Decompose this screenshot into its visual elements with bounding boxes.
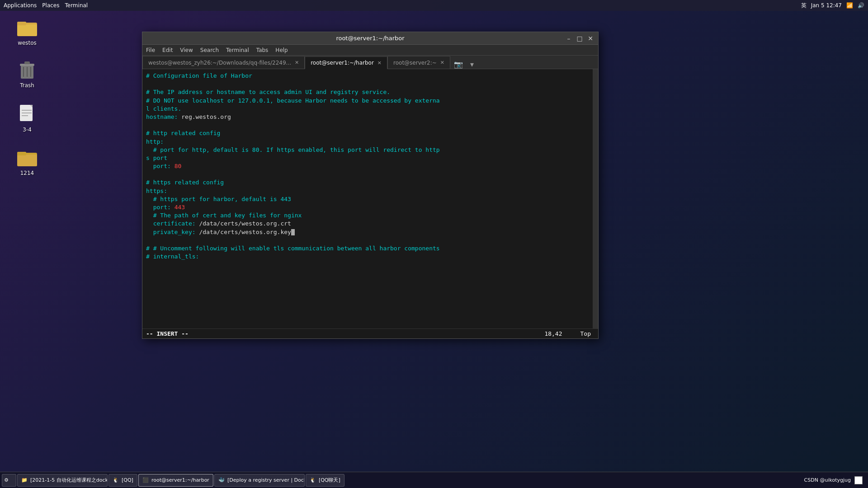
language-indicator: 英 — [801, 2, 807, 9]
terminal-window: root@server1:~/harbor – □ ✕ File Edit Vi… — [142, 32, 599, 339]
taskbar-qq-chat[interactable]: 🐧 [QQ聊天] — [306, 474, 344, 487]
file-manager-label: [2021-1-5 自动化运维课程之docker... — [30, 477, 108, 483]
line-4: l clients. — [146, 105, 588, 113]
terminal-title: root@server1:~/harbor — [336, 35, 404, 42]
line-13: # https port for harbor, default is 443 — [146, 195, 588, 203]
line-10: port: 80 — [146, 162, 588, 170]
line-7: http: — [146, 138, 588, 146]
tab-1[interactable]: westos@westos_zyh26:~/Downloads/qq-files… — [142, 56, 305, 69]
line-3: # DO NOT use localhost or 127.0.0.1, bec… — [146, 97, 588, 105]
line-15: # The path of cert and key files for ngi… — [146, 211, 588, 220]
top-bar-right: 英 Jan 5 12:47 📶 🔊 — [801, 2, 864, 9]
terminal-statusbar: -- INSERT -- 18,42 Top — [142, 328, 598, 338]
qq-chat-label: [QQ聊天] — [319, 477, 340, 483]
terminal-task-icon: ⬛ — [142, 477, 149, 483]
desktop-icon-westos[interactable]: westos — [9, 16, 45, 46]
terminal-menu[interactable]: Terminal — [65, 2, 88, 9]
svg-rect-2 — [17, 22, 26, 25]
taskbar-settings[interactable]: ⚙ — [2, 474, 16, 487]
line-blank-4 — [146, 236, 588, 244]
line-blank-1 — [146, 80, 588, 88]
taskbar-terminal[interactable]: ⬛ root@server1:~/harbor — [138, 474, 213, 487]
taskbar: ⚙ 📁 [2021-1-5 自动化运维课程之docker... 🐧 [QQ] ⬛… — [0, 472, 868, 488]
terminal-task-label: root@server1:~/harbor — [151, 477, 209, 483]
menu-file[interactable]: File — [146, 47, 155, 53]
line-8: # port for http, default is 80. If https… — [146, 146, 588, 154]
taskbar-qq[interactable]: 🐧 [QQ] — [108, 474, 137, 487]
qq-label: [QQ] — [122, 477, 133, 483]
folder-icon-1214 — [16, 146, 38, 168]
docker-label: [Deploy a registry server | Docker D... — [227, 477, 305, 483]
desktop-icon-1214[interactable]: 1214 — [9, 146, 45, 176]
file-3-4-label: 3-4 — [23, 127, 32, 133]
tab-3[interactable]: root@server2:~ ✕ — [387, 56, 450, 69]
tab-dropdown[interactable]: ▾ — [467, 60, 477, 69]
minimize-button[interactable]: – — [565, 35, 573, 42]
line-11: # https related config — [146, 178, 588, 187]
top-bar-left: Applications Places Terminal — [4, 2, 88, 9]
taskbar-docker[interactable]: 🐳 [Deploy a registry server | Docker D..… — [214, 474, 305, 487]
menu-help[interactable]: Help — [275, 47, 288, 53]
svg-rect-1 — [17, 24, 37, 36]
desktop-icon-trash[interactable]: Trash — [9, 59, 45, 89]
taskbar-right: CSDN @uikotygjug — [804, 476, 866, 484]
menu-tabs[interactable]: Tabs — [256, 47, 269, 53]
folder-1214-label: 1214 — [20, 170, 34, 176]
file-icon-3-4 — [16, 103, 38, 125]
top-bar: Applications Places Terminal 英 Jan 5 12:… — [0, 0, 868, 11]
trash-icon — [16, 59, 38, 80]
line-19: # internal_tls: — [146, 253, 588, 261]
terminal-tabs: westos@westos_zyh26:~/Downloads/qq-files… — [142, 56, 598, 69]
line-17: private_key: /data/certs/westos.org.key — [146, 228, 588, 236]
svg-rect-5 — [24, 61, 30, 64]
close-button[interactable]: ✕ — [586, 35, 594, 42]
qq-chat-icon: 🐧 — [310, 477, 316, 483]
tab-1-label: westos@westos_zyh26:~/Downloads/qq-files… — [148, 60, 291, 66]
line-blank-3 — [146, 170, 588, 178]
places-menu[interactable]: Places — [42, 2, 59, 9]
applications-menu[interactable]: Applications — [4, 2, 37, 9]
menu-search[interactable]: Search — [200, 47, 219, 53]
docker-icon: 🐳 — [218, 477, 225, 483]
tab-2-close[interactable]: ✕ — [377, 60, 382, 66]
terminal-titlebar: root@server1:~/harbor – □ ✕ — [142, 32, 598, 45]
menu-edit[interactable]: Edit — [162, 47, 173, 53]
csdn-label: CSDN @uikotygjug — [804, 477, 851, 483]
svg-rect-16 — [17, 152, 26, 155]
line-9: s port — [146, 154, 588, 162]
menu-terminal[interactable]: Terminal — [226, 47, 249, 53]
settings-icon: ⚙ — [4, 477, 9, 483]
tab-3-close[interactable]: ✕ — [440, 60, 444, 66]
qq-icon: 🐧 — [113, 477, 119, 483]
scroll-position: Top — [580, 330, 591, 337]
tab-screenshot-icon[interactable]: 📷 — [450, 60, 467, 69]
svg-rect-15 — [17, 155, 37, 166]
volume-icon: 🔊 — [858, 2, 864, 9]
color-swatch — [854, 476, 863, 484]
scrollbar[interactable] — [593, 69, 598, 328]
tab-3-label: root@server2:~ — [393, 60, 437, 66]
vim-mode: -- INSERT -- — [146, 330, 189, 337]
line-5: hostname: reg.westos.org — [146, 113, 588, 121]
tab-1-close[interactable]: ✕ — [295, 60, 299, 66]
line-6: # http related config — [146, 129, 588, 137]
tab-2-label: root@server1:~/harbor — [311, 60, 374, 66]
westos-label: westos — [18, 40, 37, 46]
file-manager-icon: 📁 — [21, 477, 28, 483]
line-1: # Configuration file of Harbor — [146, 72, 588, 80]
trash-label: Trash — [20, 82, 34, 89]
line-12: https: — [146, 187, 588, 195]
datetime: Jan 5 12:47 — [811, 2, 842, 9]
desktop-icon-3-4[interactable]: 3-4 — [9, 103, 45, 133]
terminal-controls: – □ ✕ — [565, 35, 594, 42]
wifi-icon: 📶 — [846, 2, 853, 9]
line-14: port: 443 — [146, 203, 588, 211]
terminal-menubar: File Edit View Search Terminal Tabs Help — [142, 45, 598, 56]
folder-icon-westos — [16, 16, 38, 38]
menu-view[interactable]: View — [180, 47, 193, 53]
taskbar-file-manager[interactable]: 📁 [2021-1-5 自动化运维课程之docker... — [17, 474, 108, 487]
maximize-button[interactable]: □ — [576, 35, 584, 42]
terminal-content[interactable]: # Configuration file of Harbor # The IP … — [142, 69, 598, 328]
cursor-position: 18,42 — [544, 330, 562, 337]
tab-2[interactable]: root@server1:~/harbor ✕ — [305, 56, 387, 69]
